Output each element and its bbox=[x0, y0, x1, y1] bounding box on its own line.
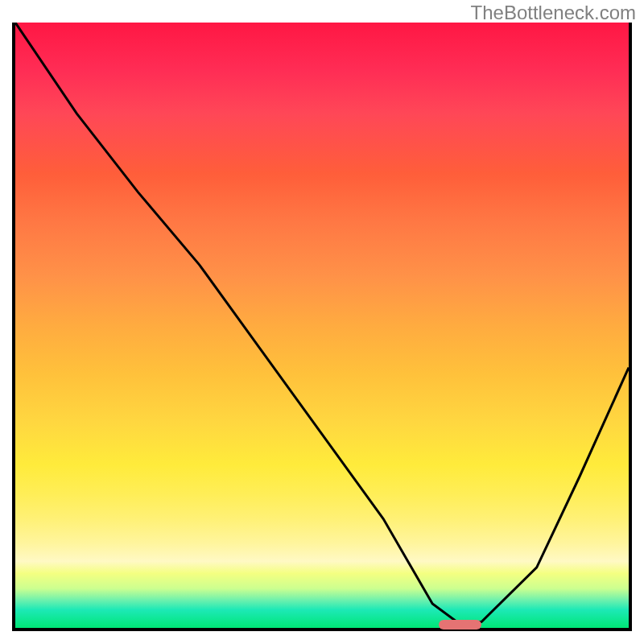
chart-container: TheBottleneck.com bbox=[0, 0, 644, 644]
bottleneck-curve bbox=[15, 23, 629, 628]
chart-frame bbox=[12, 23, 632, 631]
optimal-marker bbox=[439, 620, 481, 630]
watermark-text: TheBottleneck.com bbox=[471, 2, 636, 24]
